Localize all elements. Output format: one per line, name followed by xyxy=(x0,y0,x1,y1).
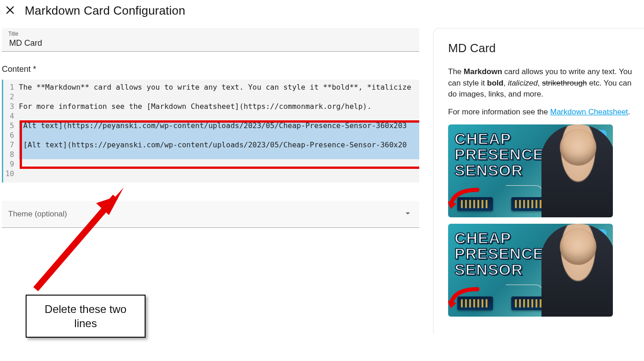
title-input[interactable] xyxy=(8,38,413,48)
close-icon[interactable] xyxy=(5,5,16,17)
editor-code[interactable]: The **Markdown** card allows you to writ… xyxy=(17,80,419,183)
page-title: Markdown Card Configuration xyxy=(25,4,185,18)
title-field[interactable]: Title xyxy=(2,28,419,52)
preview-image-2: CHEAP PRESENCE SENSOR xyxy=(448,224,613,317)
preview-card: MD Card The Markdown card allows you to … xyxy=(433,28,644,334)
preview-paragraph-2: For more information see the Markdown Ch… xyxy=(448,107,633,118)
preview-title: MD Card xyxy=(448,41,633,55)
preview-image-1: CHEAP PRESENCE SENSOR xyxy=(448,124,613,217)
markdown-cheatsheet-link[interactable]: Markdown Cheatsheet xyxy=(550,108,628,116)
chevron-down-icon xyxy=(403,208,413,220)
theme-select[interactable]: Theme (optional) xyxy=(2,201,419,228)
theme-placeholder: Theme (optional) xyxy=(8,210,67,219)
preview-paragraph-1: The Markdown card allows you to write an… xyxy=(448,66,633,100)
content-editor[interactable]: 12345678910 The **Markdown** card allows… xyxy=(2,80,419,183)
editor-gutter: 12345678910 xyxy=(3,80,17,183)
title-label: Title xyxy=(8,31,413,37)
content-label: Content * xyxy=(2,65,419,74)
annotation-callout: Delete these two lines xyxy=(26,295,146,338)
